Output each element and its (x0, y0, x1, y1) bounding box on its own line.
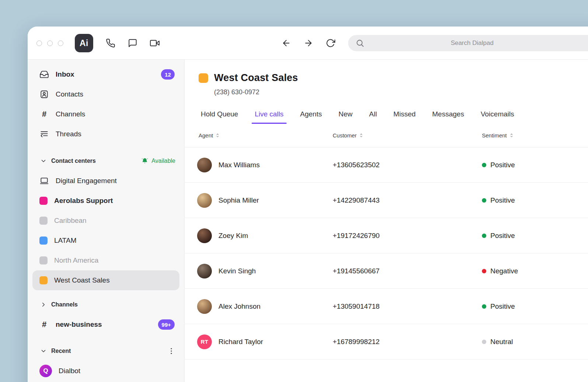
more-options-icon[interactable] (167, 347, 175, 355)
sidebar-item-label: Caribbean (54, 217, 87, 225)
channel-unread-badge: 99+ (158, 319, 175, 330)
column-header-sentiment[interactable]: Sentiment (482, 132, 588, 139)
sentiment-cell: Neutral (482, 338, 588, 346)
table-row[interactable]: Kevin Singh +19145560667 Negative (185, 253, 588, 289)
avatar (197, 299, 212, 314)
sidebar-item-label: new-business (56, 320, 102, 329)
dialbot-icon: Q (39, 365, 52, 377)
table-row[interactable]: Zoey Kim +19172426790 Positive (185, 218, 588, 253)
phone-number: (238) 630-0972 (214, 88, 588, 96)
avatar (197, 228, 212, 243)
avatar (197, 264, 212, 278)
back-icon[interactable] (281, 38, 291, 48)
forward-icon[interactable] (304, 38, 313, 48)
availability-label: Available (151, 158, 175, 164)
bell-icon (141, 157, 148, 165)
sidebar-item-label: Contacts (56, 90, 83, 98)
table-row[interactable]: Sophia Miller +14229087443 Positive (185, 183, 588, 218)
sidebar-item-north-america[interactable]: North America (28, 250, 184, 270)
messages-icon[interactable] (128, 38, 137, 48)
sentiment-cell: Positive (482, 196, 588, 204)
sidebar-item-inbox[interactable]: Inbox 12 (28, 64, 184, 84)
sentiment-cell: Positive (482, 232, 588, 240)
channels-section-header[interactable]: Channels (28, 295, 184, 315)
sidebar-item-dialbot[interactable]: Q Dialbot (28, 361, 184, 381)
sentiment-dot (482, 163, 486, 167)
minimize-window-button[interactable] (47, 41, 53, 46)
sidebar-item-label: North America (54, 256, 98, 264)
sidebar-item-latam[interactable]: LATAM (28, 231, 184, 250)
agent-cell: Zoey Kim (185, 228, 333, 243)
search-input[interactable] (348, 35, 588, 51)
tab-agents[interactable]: Agents (297, 106, 326, 124)
sidebar-item-caribbean[interactable]: Caribbean (28, 211, 184, 231)
contact-center-color-swatch (39, 217, 48, 225)
agent-cell: Max Williams (185, 158, 333, 172)
avatar (197, 158, 212, 172)
channels-section-label: Channels (51, 301, 78, 308)
video-icon[interactable] (150, 38, 160, 48)
maximize-window-button[interactable] (58, 41, 63, 46)
sidebar-item-aerolabs-support[interactable]: Aerolabs Support (28, 191, 184, 211)
tab-voicemails[interactable]: Voicemails (477, 106, 518, 124)
search-icon (356, 39, 364, 48)
tab-all[interactable]: All (365, 106, 381, 124)
sentiment-dot (482, 234, 486, 238)
tab-messages[interactable]: Messages (428, 106, 468, 124)
tab-hold-queue[interactable]: Hold Queue (197, 106, 242, 124)
sidebar-item-label: Aerolabs Support (54, 197, 113, 205)
agent-name: Max Williams (218, 161, 260, 169)
tab-missed[interactable]: Missed (390, 106, 419, 124)
close-window-button[interactable] (36, 41, 42, 46)
availability-status[interactable]: Available (141, 157, 175, 165)
customer-number: +19145560667 (333, 267, 482, 275)
dialpad-ai-logo: Ai (75, 34, 93, 52)
column-header-agent[interactable]: Agent (185, 132, 333, 139)
table-row[interactable]: Alex Johnson +13059014718 Positive (185, 289, 588, 324)
sidebar-item-channels[interactable]: # Channels (28, 104, 184, 124)
sidebar-item-threads[interactable]: Threads (28, 124, 184, 144)
sidebar-item-label: Channels (56, 110, 85, 118)
sentiment-cell: Positive (482, 302, 588, 311)
agent-cell: Sophia Miller (185, 193, 333, 208)
contact-center-color-swatch (39, 197, 48, 205)
sentiment-label: Positive (490, 302, 515, 311)
tab-live-calls[interactable]: Live calls (251, 106, 287, 124)
sidebar-item-new-business[interactable]: # new-business 99+ (28, 315, 184, 334)
table-row[interactable]: RT Richard Taylor +16789998212 Neutral (185, 324, 588, 360)
contact-centers-label: Contact centers (51, 158, 96, 164)
phone-icon[interactable] (106, 38, 115, 48)
chevron-down-icon (40, 158, 47, 164)
sidebar: Inbox 12 Contacts # Channels Threads Con… (28, 60, 185, 382)
tab-new[interactable]: New (335, 106, 356, 124)
contact-center-color-swatch (39, 256, 48, 264)
recent-section-label: Recent (51, 348, 71, 354)
column-label: Sentiment (482, 132, 507, 139)
sidebar-item-digital-engagement[interactable]: Digital Engagement (28, 171, 184, 191)
column-label: Customer (333, 132, 357, 139)
sort-icon (215, 133, 220, 138)
inbox-unread-badge: 12 (161, 69, 175, 80)
agent-name: Zoey Kim (218, 232, 248, 240)
sentiment-dot (482, 340, 486, 344)
inbox-icon (39, 70, 49, 79)
titlebar: Ai (28, 27, 588, 60)
refresh-icon[interactable] (326, 38, 335, 48)
hash-icon: # (39, 320, 49, 329)
contact-center-color-swatch (39, 236, 48, 245)
sidebar-item-contacts[interactable]: Contacts (28, 84, 184, 104)
contact-centers-header[interactable]: Contact centers Available (28, 151, 184, 171)
table-row[interactable]: Max Williams +13605623502 Positive (185, 147, 588, 183)
sentiment-label: Neutral (490, 338, 513, 346)
recent-section-header[interactable]: Recent (28, 341, 184, 361)
avatar: RT (197, 334, 212, 349)
laptop-icon (39, 176, 49, 186)
agent-cell: Alex Johnson (185, 299, 333, 314)
sidebar-item-west-coast-sales[interactable]: West Coast Sales (32, 270, 179, 290)
column-header-customer[interactable]: Customer (333, 132, 482, 139)
search-bar[interactable] (348, 35, 588, 51)
sidebar-item-label: LATAM (54, 236, 77, 245)
table-header: Agent Customer Sentiment (185, 124, 588, 147)
contacts-icon (39, 90, 49, 99)
sentiment-label: Negative (490, 267, 518, 275)
